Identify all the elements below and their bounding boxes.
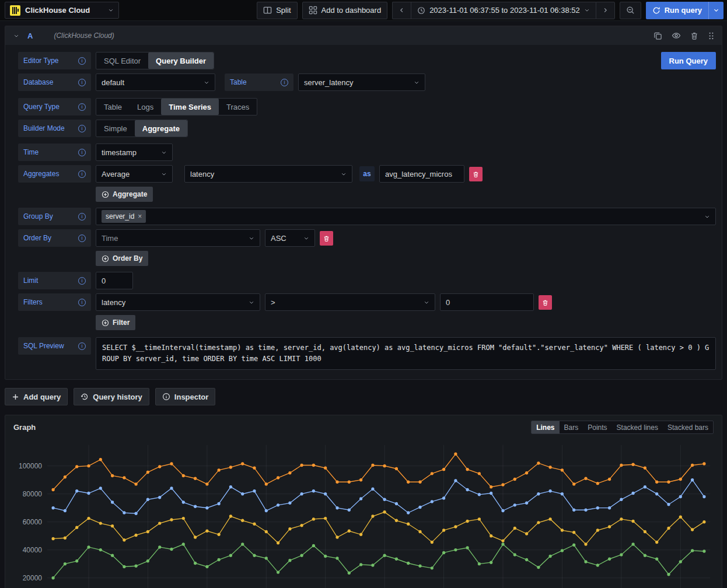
chevron-down-icon <box>303 235 309 241</box>
order-by-direction-value: ASC <box>271 234 299 243</box>
radio-option-logs[interactable]: Logs <box>130 99 161 115</box>
add-to-dashboard-button[interactable]: Add to dashboard <box>302 2 388 19</box>
info-icon[interactable]: i <box>78 125 86 132</box>
info-icon[interactable]: i <box>78 235 86 242</box>
collapse-chevron-icon[interactable] <box>13 33 19 38</box>
add-order-by-button[interactable]: Order By <box>96 251 148 266</box>
radio-option-simple[interactable]: Simple <box>96 120 135 136</box>
datasource-picker[interactable]: ClickHouse Cloud <box>5 2 119 19</box>
query-row-header[interactable]: A (ClickHouse Cloud) <box>5 26 722 45</box>
limit-input[interactable] <box>102 276 127 285</box>
field-label-builder-mode: Builder Mode i <box>18 120 91 137</box>
plus-icon <box>12 393 19 401</box>
run-query-options-caret[interactable] <box>708 2 723 19</box>
field-label-text: Limit <box>23 276 38 285</box>
database-select[interactable]: default <box>96 74 215 91</box>
group-by-multiselect[interactable]: server_id × <box>96 208 716 225</box>
duplicate-query-icon[interactable] <box>653 32 662 40</box>
radio-option-query-builder[interactable]: Query Builder <box>148 52 214 69</box>
radio-option-sql-editor[interactable]: SQL Editor <box>96 52 148 69</box>
style-option-stacked-lines[interactable]: Stacked lines <box>612 421 663 433</box>
radio-option-table[interactable]: Table <box>96 99 130 115</box>
clickhouse-logo-icon <box>10 5 20 16</box>
split-button[interactable]: Split <box>257 2 297 19</box>
info-icon[interactable]: i <box>78 277 86 285</box>
filter-value-input[interactable] <box>446 298 528 307</box>
time-series-chart[interactable]: 06:38:0006:38:0506:38:1006:38:1506:38:20… <box>10 436 717 588</box>
chevron-down-icon <box>161 171 167 177</box>
add-query-button[interactable]: Add query <box>5 388 68 405</box>
style-option-points[interactable]: Points <box>583 421 611 433</box>
limit-input-wrap <box>96 272 133 289</box>
info-icon[interactable]: i <box>78 57 86 65</box>
remove-tag-icon[interactable]: × <box>138 212 142 220</box>
remove-query-trash-icon[interactable] <box>690 32 698 40</box>
time-column-select[interactable]: timestamp <box>96 144 173 161</box>
chevron-down-icon <box>584 8 590 13</box>
filter-operator-value: > <box>271 298 419 307</box>
add-query-label: Add query <box>23 393 61 401</box>
table-select[interactable]: server_latency <box>298 74 425 91</box>
split-columns-icon <box>263 6 272 15</box>
editor-footer: Add query Query history Inspector <box>5 388 722 405</box>
aggregate-column-select[interactable]: latency <box>184 165 352 183</box>
info-icon[interactable]: i <box>78 299 86 306</box>
history-icon <box>81 393 89 401</box>
aggregate-column-value: latency <box>190 170 336 178</box>
time-range-button[interactable]: 2023-11-01 06:37:55 to 2023-11-01 06:38:… <box>411 2 596 19</box>
radio-option-time-series[interactable]: Time Series <box>161 99 219 115</box>
time-shift-forward-button[interactable] <box>596 2 615 19</box>
radio-option-traces[interactable]: Traces <box>219 99 257 115</box>
field-label-text: Table <box>230 78 247 86</box>
field-label-limit: Limit i <box>18 272 91 289</box>
zoom-out-time-button[interactable] <box>620 2 641 19</box>
row-add-order-by: Order By <box>96 251 716 266</box>
row-limit: Limit i <box>18 272 716 289</box>
info-icon[interactable]: i <box>78 103 86 111</box>
builder-mode-radio-group: Simple Aggregate <box>96 120 188 137</box>
query-ref-id: A <box>27 32 33 40</box>
run-query-split-button[interactable]: Run query <box>646 2 723 19</box>
time-shift-back-button[interactable] <box>392 2 411 19</box>
aggregate-function-select[interactable]: Average <box>96 165 173 183</box>
query-type-radio-group: Table Logs Time Series Traces <box>96 98 257 116</box>
remove-order-by-button[interactable] <box>320 231 333 246</box>
graph-style-radio-group: Lines Bars Points Stacked lines Stacked … <box>531 421 714 434</box>
add-aggregate-button[interactable]: Aggregate <box>96 187 153 202</box>
sql-preview-text: SELECT $__timeInterval(timestamp) as tim… <box>96 337 716 370</box>
info-icon[interactable]: i <box>78 170 86 178</box>
query-history-button[interactable]: Query history <box>74 388 149 405</box>
info-icon[interactable]: i <box>78 342 86 350</box>
inspector-button[interactable]: Inspector <box>155 388 216 405</box>
drag-handle-icon[interactable] <box>708 32 715 40</box>
alias-input[interactable] <box>385 170 459 178</box>
order-by-direction-select[interactable]: ASC <box>265 229 315 247</box>
info-icon[interactable]: i <box>78 213 86 220</box>
style-option-bars[interactable]: Bars <box>560 421 583 433</box>
field-label-query-type: Query Type i <box>18 98 91 116</box>
filter-column-select[interactable]: latency <box>96 293 260 311</box>
run-query-editor-button[interactable]: Run Query <box>661 52 716 69</box>
style-option-stacked-bars[interactable]: Stacked bars <box>663 421 713 433</box>
field-label-text: Query Type <box>23 103 60 111</box>
row-filters: Filters i latency > <box>18 293 716 311</box>
info-icon[interactable]: i <box>78 79 86 86</box>
add-filter-button[interactable]: Filter <box>96 315 135 330</box>
info-icon[interactable]: i <box>78 149 86 156</box>
remove-filter-button[interactable] <box>539 295 552 310</box>
query-datasource-hint: (ClickHouse Cloud) <box>54 32 114 40</box>
row-database-table: Database i default Table i server_latenc… <box>18 74 716 91</box>
time-column-value: timestamp <box>102 148 156 157</box>
remove-aggregate-button[interactable] <box>469 167 483 181</box>
order-by-field-select[interactable]: Time <box>96 229 260 247</box>
database-value: default <box>102 78 199 87</box>
zoom-out-icon <box>626 6 635 15</box>
radio-option-aggregate[interactable]: Aggregate <box>135 120 187 136</box>
plus-circle-icon <box>102 255 109 262</box>
info-icon[interactable]: i <box>281 79 288 86</box>
style-option-lines[interactable]: Lines <box>532 421 559 433</box>
hide-response-eye-icon[interactable] <box>672 31 681 40</box>
row-time: Time i timestamp <box>18 144 716 161</box>
filter-operator-select[interactable]: > <box>265 293 435 311</box>
time-picker-group: 2023-11-01 06:37:55 to 2023-11-01 06:38:… <box>392 2 615 19</box>
